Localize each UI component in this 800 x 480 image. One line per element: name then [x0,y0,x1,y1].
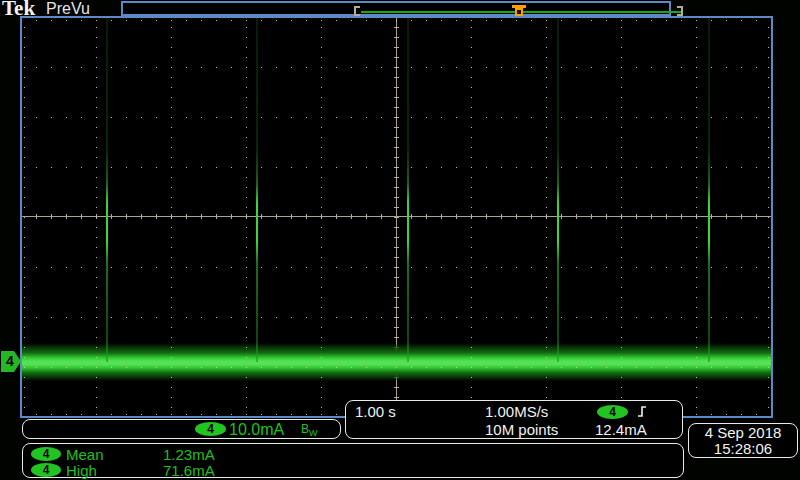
oscilloscope-screen: Tek PreVu 4 4 10.0mA BW 1.00 s 1.00MS/s … [0,0,800,480]
date-label: 4 Sep 2018 [689,425,797,441]
graticule-dots [171,27,172,409]
graticule-dots [36,267,759,268]
measurement-value: 1.23mA [163,446,215,463]
graticule-dots [96,27,97,409]
waveform-pulse [106,18,108,362]
graticule-dots [621,27,622,409]
graticule-dots [36,67,759,68]
channel4-readout-box[interactable]: 4 10.0mA BW [22,419,341,439]
bandwidth-limit-indicator: BW [301,422,318,438]
record-length-readout: 10M points [485,421,558,438]
graticule-dots [546,27,547,409]
window-right-bracket [677,6,683,16]
trigger-source-badge: 4 [597,405,628,419]
graticule-dots [36,20,759,21]
time-label: 15:28:06 [689,441,797,457]
graticule-area [20,16,773,418]
graticule-dots [696,27,697,409]
timebase-readout: 1.00 s [355,403,396,420]
graticule-dots [321,27,322,409]
horizontal-trigger-readout-box[interactable]: 1.00 s 1.00MS/s 10M points 4 12.4mA [345,400,683,439]
channel4-scale: 10.0mA [229,421,284,439]
graticule-dots [246,27,247,409]
waveform-pulse [256,18,258,362]
datetime-box[interactable]: 4 Sep 2018 15:28:06 [688,423,798,458]
measurement-name: Mean [66,446,104,463]
measurement-value: 71.6mA [163,462,215,479]
graticule-dots [36,117,759,118]
measurement-row[interactable]: 4 Mean 1.23mA [23,446,683,462]
graticule-dots [768,27,769,409]
measurement-source-badge: 4 [31,463,61,477]
graticule-dots [471,27,472,409]
measurement-row[interactable]: 4 High 71.6mA [23,462,683,478]
window-left-bracket [354,6,360,16]
sample-rate-readout: 1.00MS/s [485,403,548,420]
channel4-ground-marker[interactable]: 4 [1,351,21,372]
trigger-level-readout: 12.4mA [595,421,647,438]
measurement-source-badge: 4 [31,447,61,461]
waveform-pulse [708,18,710,362]
measurements-box[interactable]: 4 Mean 1.23mA 4 High 71.6mA [22,443,684,478]
graticule-dots [36,167,759,168]
graticule-dots [36,367,759,368]
waveform-pulse [557,18,559,362]
graticule-dots [36,317,759,318]
waveform-pulse [407,18,409,362]
channel4-badge: 4 [195,422,226,436]
measurement-name: High [66,462,97,479]
rising-edge-icon [636,403,651,423]
record-view-bar[interactable] [121,1,671,16]
graticule-dots [24,27,25,409]
channel4-waveform-baseline [22,343,771,381]
